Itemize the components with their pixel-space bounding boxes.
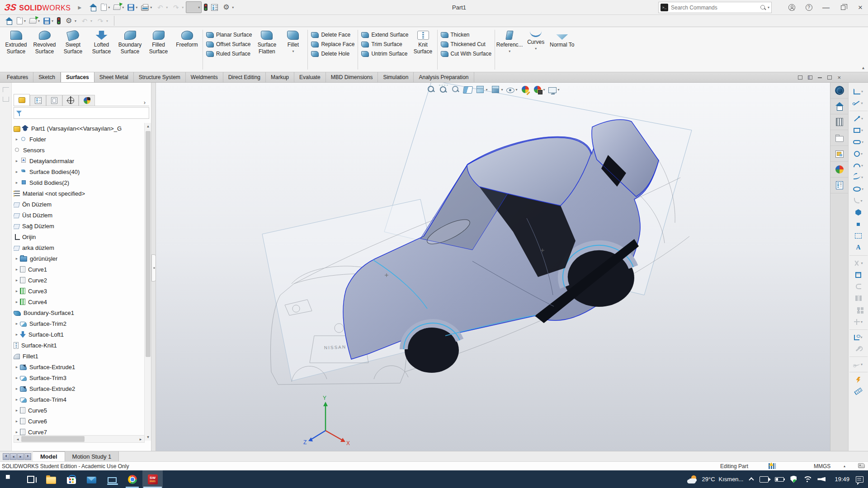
dropdown-caret-icon[interactable]: ▾ <box>543 88 545 92</box>
dropdown-caret-icon[interactable]: ▾ <box>108 5 110 9</box>
doc-minimize-icon[interactable] <box>818 77 822 78</box>
dropdown-caret-icon[interactable]: ▾ <box>166 5 168 9</box>
last-tab-icon[interactable]: ⏵ <box>24 453 31 460</box>
sketch-tool-button[interactable] <box>849 218 868 230</box>
minimize-button[interactable]: — <box>818 1 834 14</box>
dropdown-caret-icon[interactable]: ▾ <box>90 19 92 23</box>
tree-item[interactable]: ▸ Surface-Extrude2 <box>14 383 143 394</box>
search-input[interactable] <box>671 5 760 11</box>
units-caret-icon[interactable]: ▴ <box>844 464 845 468</box>
toolbar-button[interactable]: ↷ ▾ <box>170 2 185 13</box>
sketch-tool-button[interactable] <box>849 281 868 292</box>
toolbar-button[interactable]: ↶ ▾ <box>79 15 94 26</box>
model-canvas[interactable]: NISSAN Y X Z <box>156 83 830 451</box>
tab-dimxpertmanager[interactable] <box>62 95 79 106</box>
dropdown-caret-icon[interactable]: ▾ <box>182 5 184 9</box>
toolbar-flyout-icon[interactable]: ▶ <box>78 5 82 10</box>
toolbar-button[interactable]: ⚙ ▾ <box>63 15 78 26</box>
dropdown-caret-icon[interactable]: ▾ <box>860 199 862 203</box>
dropdown-caret-icon[interactable]: ▾ <box>861 152 863 156</box>
tree-item[interactable]: Material <not specified> <box>14 188 143 199</box>
dropdown-caret-icon[interactable]: ▾ <box>558 88 560 92</box>
volume-icon[interactable] <box>817 477 826 482</box>
ribbon-collapse-icon[interactable]: ▴ <box>862 65 864 70</box>
sketch-tool-button[interactable]: ▾ <box>849 171 868 183</box>
sketch-tool-button[interactable] <box>849 372 868 385</box>
split-pane-icon[interactable] <box>808 75 812 80</box>
ribbon-button[interactable]: Boundary Surface <box>116 28 144 55</box>
tree-item[interactable]: ▸ Curve4 <box>14 296 143 307</box>
dropdown-caret-icon[interactable]: ▾ <box>24 19 26 23</box>
expand-arrow-icon[interactable]: ▸ <box>14 365 20 369</box>
splitter-handle[interactable] <box>151 254 156 282</box>
tree-item[interactable]: ▸ Surface-Loft1 <box>14 329 143 340</box>
commandmanager-tab[interactable]: Sheet Metal <box>94 72 134 82</box>
tree-item[interactable]: ▸ Curve6 <box>14 416 143 427</box>
toolbar-button[interactable]: ▾ <box>15 16 27 25</box>
toolbar-button[interactable]: ▾ <box>140 3 153 12</box>
ribbon-button[interactable]: Knit Surface <box>410 28 436 55</box>
commandmanager-tab[interactable]: Weldments <box>186 72 223 82</box>
search-icon[interactable] <box>760 5 766 11</box>
dropdown-caret-icon[interactable]: ▾ <box>861 362 863 366</box>
dropdown-caret-icon[interactable]: ▾ <box>861 128 863 132</box>
tree-item[interactable]: Üst Düzlem <box>14 210 143 221</box>
dropdown-caret-icon[interactable]: ▾ <box>75 19 76 23</box>
sketch-step-icon[interactable] <box>3 97 9 102</box>
dropdown-caret-icon[interactable]: ▾ <box>52 19 53 23</box>
dropdown-caret-icon[interactable]: ▾ <box>861 175 863 179</box>
dropdown-caret-icon[interactable]: ▾ <box>292 49 294 53</box>
expand-arrow-icon[interactable]: ▸ <box>14 159 20 163</box>
sketch-tool-button[interactable]: ▾ <box>849 85 868 97</box>
search-commands-box[interactable]: >_ ▾ <box>658 2 772 13</box>
search-dropdown-icon[interactable]: ▾ <box>768 5 769 9</box>
tree-filter-box[interactable] <box>14 107 149 119</box>
doc-restore-icon[interactable] <box>827 75 832 80</box>
dropdown-caret-icon[interactable]: ▾ <box>861 261 863 265</box>
expand-arrow-icon[interactable]: ▸ <box>14 300 20 304</box>
scroll-up-icon[interactable]: ▴ <box>145 123 151 130</box>
taskbar-button[interactable] <box>41 470 61 488</box>
dropdown-caret-icon[interactable]: ▾ <box>515 88 517 92</box>
taskbar-button[interactable] <box>122 470 142 488</box>
restore-button[interactable] <box>835 1 851 14</box>
battery-icon[interactable] <box>775 477 784 482</box>
expand-arrow-icon[interactable]: ▸ <box>14 386 20 391</box>
ribbon-button[interactable]: Ruled Surface <box>204 50 254 57</box>
dropdown-caret-icon[interactable]: ▾ <box>861 117 863 121</box>
sketch-tool-button[interactable]: ▾ <box>849 195 868 206</box>
expand-arrow-icon[interactable]: ▸ <box>14 169 20 174</box>
tree-item[interactable]: Sağ Düzlem <box>14 221 143 231</box>
expand-arrow-icon[interactable]: ▸ <box>14 408 20 413</box>
ribbon-button[interactable]: Replace Face <box>309 41 356 48</box>
taskbar-button[interactable]: SW2021 <box>142 470 163 488</box>
tree-item[interactable]: Sensors <box>14 145 143 155</box>
expand-arrow-icon[interactable]: ▸ <box>14 278 20 282</box>
sketch-tool-button[interactable]: ▾ <box>849 255 868 269</box>
dropdown-caret-icon[interactable]: ▾ <box>501 88 503 92</box>
tree-item[interactable]: Fillet1 <box>14 351 143 361</box>
task-pane-tab[interactable] <box>830 162 849 178</box>
sketch-tool-button[interactable] <box>849 292 868 304</box>
expand-arrow-icon[interactable]: ▸ <box>14 375 20 380</box>
close-button[interactable]: × <box>853 1 868 14</box>
toolbar-button[interactable] <box>203 3 209 12</box>
ribbon-button[interactable]: Offset Surface <box>204 41 254 48</box>
toolbar-button[interactable] <box>56 16 62 25</box>
tree-item[interactable]: ▸ Surface Bodies(40) <box>14 166 143 177</box>
commandmanager-tab[interactable]: Direct Editing <box>223 72 266 82</box>
scrollbar-thumb[interactable] <box>146 131 151 357</box>
tree-item[interactable]: ▸ Folder <box>14 134 143 145</box>
ribbon-button[interactable]: Revolved Surface <box>30 28 59 55</box>
ribbon-button[interactable]: Planar Surface <box>204 31 254 38</box>
ribbon-button[interactable]: Lofted Surface <box>87 28 116 55</box>
task-pane-tab[interactable] <box>830 114 849 130</box>
dropdown-caret-icon[interactable]: ▾ <box>862 187 863 191</box>
tree-vertical-scrollbar[interactable]: ▴ ▾ <box>144 123 151 441</box>
sketch-tool-button[interactable]: ▾ <box>849 148 868 160</box>
sketch-tool-button[interactable]: ▾ <box>849 136 868 148</box>
expand-arrow-icon[interactable]: ▸ <box>14 289 20 293</box>
dropdown-caret-icon[interactable]: ▾ <box>860 335 862 339</box>
dropdown-caret-icon[interactable]: ▾ <box>38 19 40 23</box>
ribbon-button[interactable]: Delete Face <box>309 31 356 38</box>
